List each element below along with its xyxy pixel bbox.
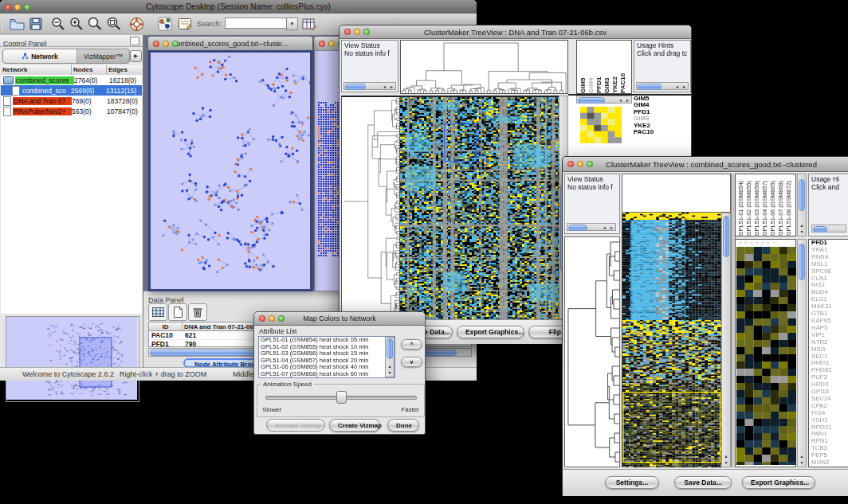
new-attribute-button[interactable] (168, 303, 187, 321)
column-label[interactable]: GPL51-03 (GSM856) (753, 174, 760, 236)
column-label[interactable]: GPL51-07 (GSM868) (777, 174, 784, 236)
gene-label[interactable]: HRD3 (811, 381, 848, 389)
attribute-list-scrollbar[interactable]: ▴ ▾ (385, 337, 395, 377)
scroll-down-icon[interactable]: ▾ (723, 459, 730, 466)
scroll-pill[interactable] (799, 244, 805, 280)
zoom-window-icon[interactable] (587, 161, 593, 167)
col-id[interactable]: ID (149, 322, 183, 330)
move-up-button[interactable]: ^ (401, 339, 422, 350)
delete-attribute-button[interactable] (188, 303, 207, 321)
scroll-left-icon[interactable]: ◂ (601, 225, 608, 231)
column-label[interactable]: GPL51-06 (GSM865) (769, 174, 776, 236)
gene-label[interactable]: GPI16 (811, 389, 848, 396)
gene-label[interactable]: KAP95 (811, 318, 848, 325)
scroll-right-icon[interactable]: ▸ (624, 97, 631, 104)
close-icon[interactable] (5, 4, 11, 10)
move-down-button[interactable]: v (401, 357, 422, 367)
column-label[interactable]: PAC10 (619, 41, 626, 93)
gene-label[interactable]: PAC10 (634, 129, 689, 135)
tab-vizmapper[interactable]: VizMapper™ (77, 49, 129, 63)
gene-label[interactable]: YKE2 (634, 123, 689, 129)
tv1-column-dendrogram[interactable] (400, 40, 568, 94)
zoom-window-icon[interactable] (24, 4, 30, 10)
scroll-pill[interactable] (568, 225, 587, 231)
tv2-button-settings[interactable]: Settings... (605, 476, 659, 489)
scroll-right-icon[interactable]: ▸ (388, 84, 395, 90)
gene-label[interactable]: HAP3 (811, 325, 848, 332)
zoom-selected-button[interactable] (105, 15, 123, 33)
gene-label[interactable]: MSL1 (811, 261, 848, 268)
tv2-button-save-data[interactable]: Save Data... (674, 476, 732, 489)
scroll-pill[interactable] (578, 97, 605, 104)
float-panel-icon[interactable] (130, 37, 139, 45)
minimize-icon[interactable] (577, 161, 583, 167)
attribute-list-item[interactable]: GPL51-02 (GSM855) heat shock 10 min (259, 344, 395, 351)
search-combo-arrow[interactable]: ▾ (286, 18, 298, 30)
attribute-list-item[interactable]: GPL51-04 (GSM857) heat shock 20 min (259, 357, 395, 365)
tv1-usage-scrollbar[interactable]: ◂ ▸ (636, 82, 689, 90)
tv1-similarity-matrix[interactable] (580, 107, 622, 143)
minimize-icon[interactable] (354, 29, 360, 35)
scroll-pill[interactable] (345, 84, 366, 90)
scroll-pill[interactable] (723, 216, 729, 257)
scroll-pill[interactable] (638, 84, 662, 90)
gene-label[interactable]: RPO21 (811, 424, 848, 432)
network-list-row[interactable]: DNA and Tran 07769(0)183728(0) (1, 96, 142, 106)
column-label[interactable]: PFD1 (595, 41, 603, 93)
scroll-up-icon[interactable]: ▴ (799, 222, 806, 229)
column-label[interactable]: GPL51-04 (GSM857) (761, 174, 768, 236)
main-titlebar[interactable]: Cytoscape Desktop (Session Name: collins… (0, 0, 477, 14)
select-attributes-button[interactable] (148, 303, 167, 321)
gene-label[interactable]: RPN1 (811, 438, 848, 445)
gene-label[interactable]: YSH1 (811, 417, 848, 424)
close-icon[interactable] (567, 161, 574, 167)
gene-label[interactable]: PUF3 (811, 374, 848, 381)
scroll-pill[interactable] (799, 179, 805, 211)
gene-label[interactable]: GIM4 (634, 102, 689, 108)
network-list-row[interactable]: combined_sco2569(6)13112(15) (1, 85, 142, 96)
gene-label[interactable]: TCB3 (811, 445, 848, 452)
tv1-button-export-graphics[interactable]: Export Graphics... (457, 326, 524, 338)
help-button[interactable] (128, 15, 145, 33)
tv1-heatmap[interactable] (400, 96, 559, 319)
tv2-zoom-vscrollbar[interactable]: ▴ ▾ (797, 239, 807, 467)
tv2-heatmap-vscrollbar[interactable]: ▴ ▾ (721, 213, 731, 467)
column-label[interactable]: GPL51-02 (GSM855) (745, 174, 752, 236)
scroll-pill[interactable] (813, 226, 827, 232)
gene-label[interactable]: NIS1 (811, 282, 848, 289)
scroll-left-icon[interactable]: ◂ (617, 97, 624, 104)
column-label[interactable]: GPL51-01 (GSM854) (737, 174, 744, 236)
column-label[interactable]: GPL51-08 (GSM872) (785, 174, 792, 236)
tv2-button-export-graphics[interactable]: Export Graphics... (742, 476, 815, 489)
dialog-button-animate-vizmap[interactable]: Animate Vizmap (266, 419, 325, 432)
scroll-left-icon[interactable]: ◂ (673, 84, 681, 90)
open-file-button[interactable] (8, 15, 26, 33)
tv2-heatmap[interactable] (622, 213, 721, 467)
attribute-list-item[interactable]: GPL51-03 (GSM856) heat shock 15 min (259, 350, 395, 357)
gene-label[interactable]: VIP1 (811, 332, 848, 339)
gene-label[interactable]: MON2 (811, 459, 848, 467)
attribute-list-item[interactable]: GPL51-07 (GSM868) heat shock 60 min (259, 371, 395, 378)
zoom-fit-button[interactable] (86, 15, 104, 33)
network-overview-panel[interactable] (6, 316, 139, 402)
gene-label[interactable]: ELG1 (811, 296, 848, 303)
gene-label[interactable]: PFD1 (634, 109, 689, 115)
scroll-down-icon[interactable]: ▾ (799, 229, 806, 235)
save-button[interactable] (27, 15, 45, 33)
attribute-list-item[interactable]: GPL51-01 (GSM854) heat shock 05 min (259, 337, 395, 344)
gene-label[interactable]: YRA1 (811, 247, 848, 254)
traffic-lights[interactable] (5, 4, 30, 10)
search-input[interactable] (225, 18, 287, 29)
gene-label[interactable]: GIM5 (634, 96, 689, 102)
zoom-out-button[interactable] (49, 15, 67, 33)
tab-network[interactable]: Network (3, 49, 77, 63)
col-network[interactable]: Network (1, 65, 72, 75)
gene-label[interactable]: PHO81 (811, 367, 848, 374)
gene-label[interactable]: PFD1 (811, 240, 848, 247)
network-view-canvas[interactable] (151, 53, 310, 289)
network-list-row[interactable]: RNAPuberNov2+563(0)107847(0) (1, 106, 142, 116)
dialog-button-create-vizmap[interactable]: Create Vizmap (329, 419, 380, 432)
tab-overflow-button[interactable]: ▶ (130, 50, 142, 62)
dialog-titlebar[interactable]: Map Colors to Network (254, 312, 425, 326)
scroll-right-icon[interactable]: ▸ (681, 84, 688, 90)
